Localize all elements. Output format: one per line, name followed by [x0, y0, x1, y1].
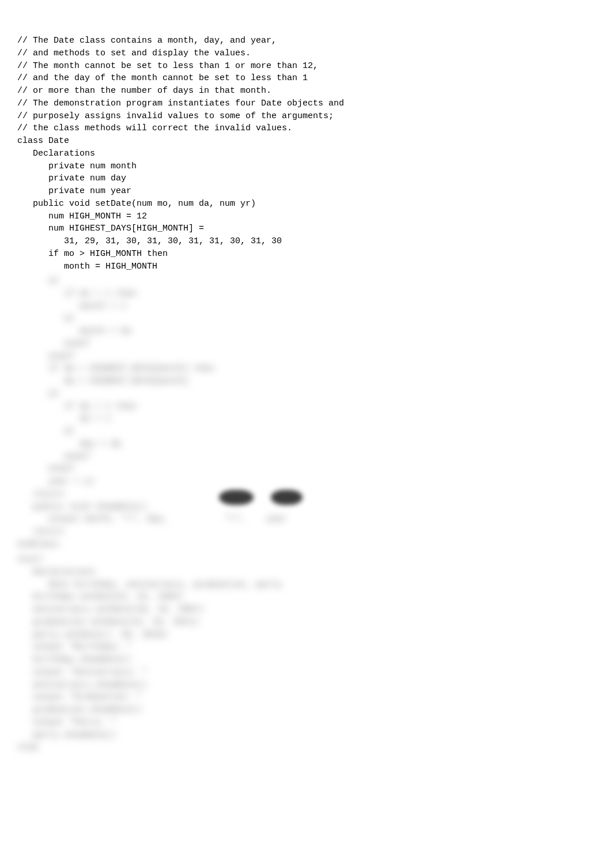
- blurred-code-region-2: start Declarations Date birthday, annive…: [17, 553, 282, 754]
- blurred-code-region-1: el if mo < 1 then month = 1 el month = m…: [17, 275, 287, 551]
- redaction-blob: [271, 490, 303, 505]
- visible-code-block: // The Date class contains a month, day,…: [17, 35, 595, 273]
- redaction-blob: [219, 490, 254, 505]
- document-page: // The Date class contains a month, day,…: [0, 0, 612, 868]
